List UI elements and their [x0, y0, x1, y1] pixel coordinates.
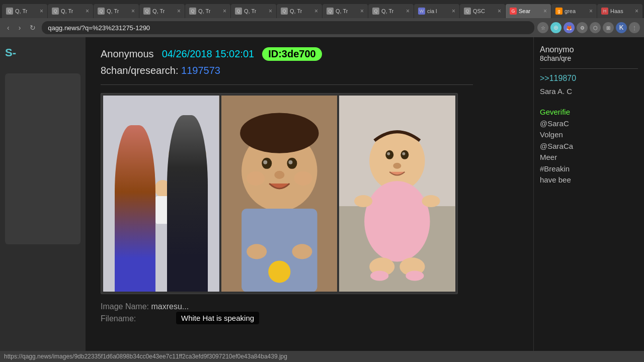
tab-10-label: cia l	[427, 8, 437, 14]
post-header: Anonymous 04/26/2018 15:02:01 ID:3de700	[101, 47, 473, 61]
tab-5-close[interactable]: ×	[221, 8, 226, 15]
tab-3-close[interactable]: ×	[129, 8, 135, 15]
svg-rect-14	[155, 196, 170, 224]
svg-rect-8	[178, 148, 198, 193]
tab-6-close[interactable]: ×	[267, 8, 272, 15]
tab-4[interactable]: Q Q, Tr ×	[139, 4, 185, 18]
tab-11-label: QSC	[473, 8, 485, 14]
address-bar: ‹ › ↻ ☆ ⊕ 🦊 ⚙ ⬡ ⊞ K ⋮	[0, 18, 644, 37]
svg-point-29	[292, 244, 312, 259]
status-url: https://qagg.news/images/9db22335f1d6a08…	[4, 353, 287, 360]
right-name1: Sara A. C	[540, 86, 638, 98]
right-author: Anonymo	[540, 45, 638, 54]
address-input[interactable]	[42, 21, 534, 34]
post-meta-image: Image Name: maxresu...	[101, 302, 473, 311]
svg-point-30	[268, 260, 290, 283]
svg-rect-15	[127, 138, 140, 142]
svg-point-23	[274, 171, 284, 179]
svg-rect-11	[178, 193, 187, 258]
profile-icon[interactable]: K	[616, 22, 627, 33]
tab-8[interactable]: Q Q, Tr ×	[323, 4, 368, 18]
right-volgen: Volgen	[540, 129, 638, 141]
right-tag[interactable]: #Breakin	[540, 163, 638, 175]
ext-icon-4[interactable]: ⬡	[590, 22, 601, 33]
svg-point-37	[387, 152, 390, 155]
post-container: Anonymous 04/26/2018 15:02:01 ID:3de700 …	[86, 37, 488, 333]
svg-point-38	[403, 152, 406, 155]
right-handle2[interactable]: @SaraCa	[540, 141, 638, 152]
ext-icon-3[interactable]: ⚙	[577, 22, 588, 33]
tab-14-close[interactable]: ×	[633, 8, 638, 15]
tab-6-favicon: Q	[235, 8, 242, 15]
board-link[interactable]: 1197573	[181, 65, 220, 76]
tab-2-label: Q, Tr	[61, 8, 73, 14]
tab-6[interactable]: Q Q, Tr ×	[231, 4, 276, 18]
toolbar-icons: ☆ ⊕ 🦊 ⚙ ⬡ ⊞ K ⋮	[537, 22, 640, 33]
menu-icon[interactable]: ⋮	[629, 22, 640, 33]
tab-9-close[interactable]: ×	[404, 8, 410, 15]
tab-11-close[interactable]: ×	[496, 8, 501, 15]
tab-2-close[interactable]: ×	[84, 8, 89, 15]
right-panel-post: Anonymo 8chan/qre >>119870 Sara A. C	[540, 45, 638, 98]
collage-image-2[interactable]	[221, 96, 338, 292]
svg-rect-4	[140, 166, 150, 201]
sidebar-nav-area	[5, 73, 80, 244]
svg-rect-5	[121, 201, 131, 261]
svg-rect-10	[169, 151, 178, 184]
collage-image-1[interactable]	[103, 96, 219, 292]
tab-11[interactable]: Q QSC ×	[460, 4, 505, 18]
tab-5-label: Q, Tr	[198, 8, 210, 14]
tab-8-close[interactable]: ×	[358, 8, 364, 15]
tab-14-label: Haas	[610, 8, 623, 14]
tab-12[interactable]: G Sear ×	[506, 4, 551, 18]
tab-13-favicon: g	[555, 8, 562, 15]
tab-13[interactable]: g grea ×	[551, 4, 597, 18]
ext-icon-2[interactable]: 🦊	[564, 22, 575, 33]
back-button[interactable]: ‹	[4, 22, 13, 34]
tab-2-favicon: Q	[52, 8, 59, 15]
svg-point-24	[247, 171, 265, 186]
right-have-been: have bee	[540, 174, 638, 186]
tab-1-label: Q, Tr	[15, 8, 27, 14]
tab-12-close[interactable]: ×	[541, 8, 547, 15]
svg-rect-2	[122, 152, 144, 202]
svg-point-45	[371, 270, 389, 281]
right-panel-post-2: Geverifie @SaraC Volgen @SaraCa Meer #Br…	[540, 108, 638, 186]
tab-5[interactable]: Q Q, Tr ×	[185, 4, 230, 18]
post-date: 04/26/2018 15:02:01	[162, 48, 255, 60]
tab-1-favicon: Q	[6, 8, 13, 15]
board-prefix: 8chan/qresearch:	[101, 65, 179, 76]
tab-1[interactable]: Q Q, Tr ×	[2, 4, 47, 18]
tab-3[interactable]: Q Q, Tr ×	[94, 4, 139, 18]
filename-label: Filename:	[101, 314, 136, 323]
bookmark-icon[interactable]: ☆	[537, 22, 548, 33]
forward-button[interactable]: ›	[16, 22, 24, 34]
svg-rect-3	[117, 166, 127, 201]
right-handle1[interactable]: @SaraC	[540, 118, 638, 130]
tab-4-close[interactable]: ×	[175, 8, 181, 15]
tab-7-close[interactable]: ×	[312, 8, 318, 15]
post-id-badge[interactable]: ID:3de700	[262, 47, 322, 61]
image-collage	[101, 93, 458, 294]
tab-bar: Q Q, Tr × Q Q, Tr × Q Q, Tr × Q Q, Tr × …	[0, 0, 644, 18]
tab-10-favicon: W	[418, 8, 425, 15]
tab-9[interactable]: Q Q, Tr ×	[368, 4, 414, 18]
tab-10-close[interactable]: ×	[450, 8, 455, 15]
tab-2[interactable]: Q Q, Tr ×	[48, 4, 93, 18]
right-ref[interactable]: >>119870	[540, 74, 638, 83]
svg-rect-9	[197, 151, 206, 184]
tab-1-close[interactable]: ×	[38, 8, 43, 15]
tab-7[interactable]: Q Q, Tr ×	[277, 4, 322, 18]
tab-14[interactable]: H Haas ×	[597, 4, 642, 18]
svg-point-7	[176, 123, 200, 149]
tab-10[interactable]: W cia l ×	[414, 4, 459, 18]
tab-13-close[interactable]: ×	[587, 8, 593, 15]
ext-icon-5[interactable]: ⊞	[603, 22, 614, 33]
collage-image-3[interactable]	[339, 96, 455, 292]
post-filename: Filename:	[101, 314, 473, 323]
tab-13-label: grea	[565, 8, 576, 14]
tab-12-favicon: G	[510, 8, 517, 15]
svg-rect-6	[132, 201, 142, 261]
reload-button[interactable]: ↻	[27, 22, 39, 34]
ext-icon-1[interactable]: ⊕	[550, 22, 561, 33]
